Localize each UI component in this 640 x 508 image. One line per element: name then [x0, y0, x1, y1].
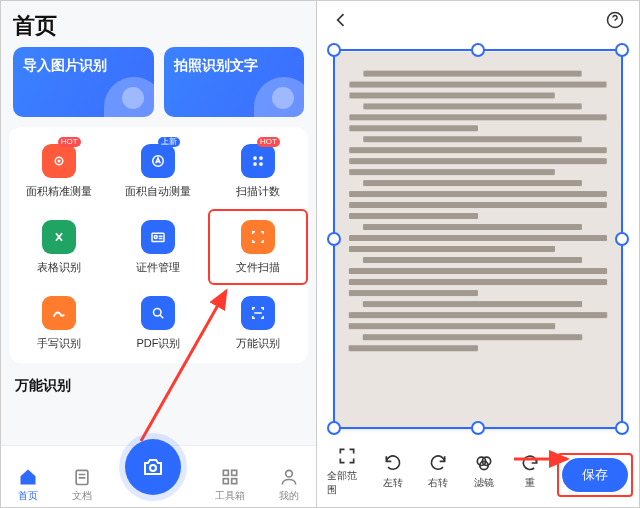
svg-point-8 — [155, 235, 158, 238]
crop-handle-tl[interactable] — [327, 43, 341, 57]
hero-cards: 导入图片识别 拍照识别文字 — [1, 47, 316, 127]
crop-area[interactable] — [335, 51, 621, 427]
crop-handle-t[interactable] — [471, 43, 485, 57]
redo-icon — [520, 453, 540, 473]
feature-label: 手写识别 — [37, 336, 81, 351]
svg-rect-16 — [232, 479, 237, 484]
back-button[interactable] — [331, 10, 351, 34]
rotate-right-icon — [428, 453, 448, 473]
auto-icon — [141, 144, 175, 178]
feature-label: 万能识别 — [236, 336, 280, 351]
svg-point-9 — [154, 308, 162, 316]
svg-rect-14 — [232, 470, 237, 475]
dots-icon — [241, 144, 275, 178]
badge-hot: HOT — [257, 137, 280, 147]
crop-handle-l[interactable] — [327, 232, 341, 246]
tab-home[interactable]: 首页 — [18, 467, 38, 503]
feature-area-auto[interactable]: 上新 面积自动测量 — [109, 133, 209, 209]
feature-handwriting[interactable]: 手写识别 — [9, 285, 109, 361]
tool-rotate-left[interactable]: 左转 — [373, 453, 413, 490]
svg-rect-13 — [224, 470, 229, 475]
tab-label: 文档 — [72, 489, 92, 503]
rotate-left-icon — [383, 453, 403, 473]
tool-label: 全部范围 — [327, 469, 367, 497]
tool-label: 左转 — [383, 476, 403, 490]
section-title: 万能识别 — [1, 371, 316, 395]
expand-icon — [337, 446, 357, 466]
tool-label: 滤镜 — [474, 476, 494, 490]
crop-frame[interactable] — [333, 49, 623, 429]
page-title: 首页 — [13, 11, 304, 41]
feature-grid: HOT 面积精准测量 上新 面积自动测量 HOT 扫描计数 — [9, 127, 308, 363]
camera-icon — [272, 87, 294, 109]
tab-label: 工具箱 — [215, 489, 245, 503]
header: 首页 — [1, 1, 316, 47]
feature-scan-count[interactable]: HOT 扫描计数 — [208, 133, 308, 209]
feature-file-scan[interactable]: 文件扫描 — [208, 209, 308, 285]
home-screen: 首页 导入图片识别 拍照识别文字 HOT 面积精准测量 — [1, 1, 317, 507]
feature-label: 证件管理 — [136, 260, 180, 275]
feature-label: 扫描计数 — [236, 184, 280, 199]
tab-label: 我的 — [279, 489, 299, 503]
svg-point-5 — [253, 162, 257, 166]
handwriting-icon — [42, 296, 76, 330]
card-label: 导入图片识别 — [23, 57, 107, 73]
crop-handle-br[interactable] — [615, 421, 629, 435]
id-card-icon — [141, 220, 175, 254]
tool-label: 重 — [525, 476, 535, 490]
tool-rotate-right[interactable]: 右转 — [418, 453, 458, 490]
crop-handle-bl[interactable] — [327, 421, 341, 435]
target-icon — [42, 144, 76, 178]
annotation-save-highlight: 保存 — [557, 453, 633, 497]
tab-label: 首页 — [18, 489, 38, 503]
help-button[interactable] — [605, 10, 625, 34]
svg-point-4 — [259, 156, 263, 160]
feature-label: 表格识别 — [37, 260, 81, 275]
chevron-left-icon — [331, 10, 351, 30]
feature-pdf-ocr[interactable]: PDF识别 — [109, 285, 209, 361]
tool-filter[interactable]: 滤镜 — [464, 453, 504, 490]
feature-label: PDF识别 — [136, 336, 180, 351]
card-label: 拍照识别文字 — [174, 57, 258, 73]
feature-universal-ocr[interactable]: 万能识别 — [208, 285, 308, 361]
feature-id-manage[interactable]: 证件管理 — [109, 209, 209, 285]
camera-icon — [141, 455, 165, 479]
filter-icon — [474, 453, 494, 473]
card-import-image[interactable]: 导入图片识别 — [13, 47, 154, 117]
badge-new: 上新 — [158, 137, 180, 147]
feature-table-ocr[interactable]: 表格识别 — [9, 209, 109, 285]
tool-redo[interactable]: 重 — [510, 453, 550, 490]
feature-label: 面积精准测量 — [26, 184, 92, 199]
scan-icon — [241, 220, 275, 254]
svg-point-12 — [150, 465, 156, 471]
tab-tools[interactable]: 工具箱 — [215, 467, 245, 503]
tool-full-range[interactable]: 全部范围 — [327, 446, 367, 497]
tab-me[interactable]: 我的 — [279, 467, 299, 503]
brackets-icon — [241, 296, 275, 330]
svg-point-17 — [286, 470, 293, 477]
feature-label: 文件扫描 — [236, 260, 280, 275]
svg-point-6 — [259, 162, 263, 166]
save-label: 保存 — [582, 466, 608, 484]
help-icon — [605, 10, 625, 30]
crop-screen: 全部范围 左转 右转 滤镜 重 保存 — [317, 1, 639, 507]
top-bar — [317, 1, 639, 43]
camera-button[interactable] — [125, 439, 181, 495]
badge-hot: HOT — [58, 137, 81, 147]
svg-point-1 — [58, 160, 60, 162]
save-button[interactable]: 保存 — [562, 458, 628, 492]
svg-rect-15 — [224, 479, 229, 484]
feature-area-precise[interactable]: HOT 面积精准测量 — [9, 133, 109, 209]
tool-label: 右转 — [428, 476, 448, 490]
crop-handle-tr[interactable] — [615, 43, 629, 57]
tab-docs[interactable]: 文档 — [72, 467, 92, 503]
crop-handle-r[interactable] — [615, 232, 629, 246]
card-camera-ocr[interactable]: 拍照识别文字 — [164, 47, 305, 117]
svg-point-3 — [253, 156, 257, 160]
excel-icon — [42, 220, 76, 254]
pdf-icon — [141, 296, 175, 330]
image-icon — [122, 87, 144, 109]
crop-handle-b[interactable] — [471, 421, 485, 435]
tab-bar: 首页 文档 工具箱 我的 — [1, 445, 316, 507]
feature-label: 面积自动测量 — [125, 184, 191, 199]
